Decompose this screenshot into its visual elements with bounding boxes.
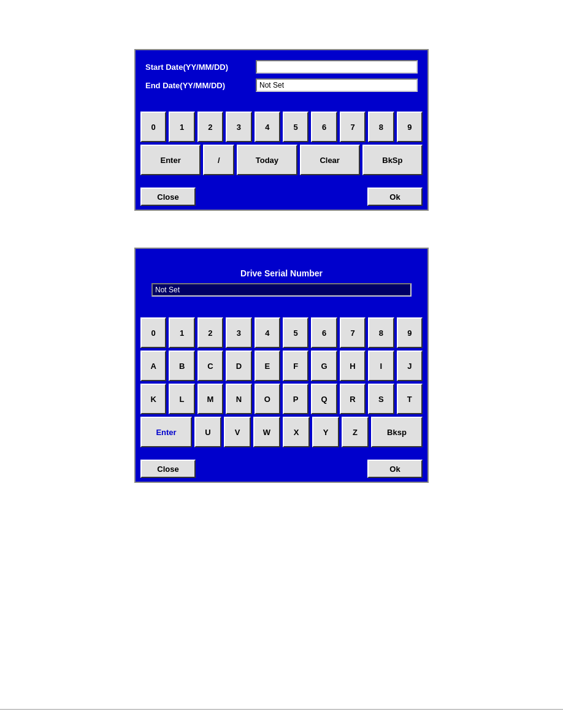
key-today[interactable]: Today [237,145,297,175]
key-1[interactable]: 1 [169,112,194,142]
action-row: Enter / Today Clear BkSp [140,145,423,175]
sn-key-2[interactable]: 2 [197,317,223,348]
sn-key-x[interactable]: X [283,417,310,447]
sn-key-l[interactable]: L [169,384,194,414]
sn-key-f[interactable]: F [283,351,308,381]
close-button[interactable]: Close [140,188,196,206]
sn-key-g[interactable]: G [311,351,337,381]
sn-key-h[interactable]: H [340,351,366,381]
key-7[interactable]: 7 [340,112,366,142]
sn-key-8[interactable]: 8 [368,317,394,348]
sn-key-y[interactable]: Y [312,417,339,447]
sn-key-enter[interactable]: Enter [140,417,192,447]
sn-key-m[interactable]: M [197,384,223,414]
sn-key-i[interactable]: I [368,351,394,381]
sn-key-s[interactable]: S [368,384,394,414]
serial-number-dialog: Drive Serial Number 0 1 2 3 4 5 6 7 8 9 … [134,248,429,483]
key-clear[interactable]: Clear [300,145,360,175]
dialog2-header: Drive Serial Number [136,249,427,309]
sn-number-row: 0 1 2 3 4 5 6 7 8 9 [140,317,423,348]
sn-key-p[interactable]: P [283,384,308,414]
spacer [198,188,365,206]
sn-key-w[interactable]: W [253,417,280,447]
dialog1-header: Start Date(YY/MM/DD) End Date(YY/MM/DD) [136,50,427,103]
sn-key-b[interactable]: B [169,351,194,381]
sn-key-3[interactable]: 3 [226,317,251,348]
key-4[interactable]: 4 [255,112,280,142]
sn-key-1[interactable]: 1 [169,317,194,348]
page-divider [0,709,563,710]
sn-key-4[interactable]: 4 [255,317,280,348]
key-2[interactable]: 2 [197,112,223,142]
sn-alpha-row2: K L M N O P Q R S T [140,384,423,414]
sn-alpha-row1: A B C D E F G H I J [140,351,423,381]
sn-key-v[interactable]: V [224,417,251,447]
dialog1-bottom: Close Ok [136,184,427,210]
sn-key-o[interactable]: O [255,384,280,414]
date-entry-dialog: Start Date(YY/MM/DD) End Date(YY/MM/DD) … [134,49,429,211]
serial-number-input-row [145,283,418,303]
number-row: 0 1 2 3 4 5 6 7 8 9 [140,112,423,142]
start-date-label: Start Date(YY/MM/DD) [145,63,256,72]
sn-key-z[interactable]: Z [342,417,369,447]
dialog1-keypad: 0 1 2 3 4 5 6 7 8 9 Enter / Today Clear … [136,105,427,184]
start-date-row: Start Date(YY/MM/DD) [145,60,418,74]
key-8[interactable]: 8 [368,112,394,142]
sn-key-7[interactable]: 7 [340,317,366,348]
end-date-input[interactable] [256,78,418,92]
serial-number-input[interactable] [151,283,412,297]
sn-key-bksp[interactable]: Bksp [371,417,423,447]
sn-key-t[interactable]: T [397,384,423,414]
key-0[interactable]: 0 [140,112,166,142]
sn-key-d[interactable]: D [226,351,251,381]
end-date-label: End Date(YY/MM/DD) [145,81,256,90]
key-enter[interactable]: Enter [140,145,201,175]
start-date-input[interactable] [256,60,418,74]
sn-key-a[interactable]: A [140,351,166,381]
sn-key-u[interactable]: U [194,417,221,447]
sn-key-q[interactable]: Q [311,384,337,414]
sn-key-j[interactable]: J [397,351,423,381]
ok-button[interactable]: Ok [367,188,423,206]
key-5[interactable]: 5 [283,112,308,142]
sn-key-r[interactable]: R [340,384,366,414]
sn-key-c[interactable]: C [197,351,223,381]
key-slash[interactable]: / [203,145,234,175]
serial-number-title: Drive Serial Number [145,259,418,283]
key-bksp[interactable]: BkSp [362,145,423,175]
sn-alpha-row3: Enter U V W X Y Z Bksp [140,417,423,447]
key-3[interactable]: 3 [226,112,251,142]
sn-key-e[interactable]: E [255,351,280,381]
key-6[interactable]: 6 [311,112,337,142]
dialog2-keypad: 0 1 2 3 4 5 6 7 8 9 A B C D E F G H I J … [136,311,427,456]
sn-key-n[interactable]: N [226,384,251,414]
sn-spacer [198,460,365,478]
sn-key-k[interactable]: K [140,384,166,414]
dialog2-bottom: Close Ok [136,456,427,482]
sn-key-5[interactable]: 5 [283,317,308,348]
sn-key-6[interactable]: 6 [311,317,337,348]
sn-close-button[interactable]: Close [140,460,196,478]
sn-key-9[interactable]: 9 [397,317,423,348]
sn-ok-button[interactable]: Ok [367,460,423,478]
end-date-row: End Date(YY/MM/DD) [145,78,418,92]
sn-key-0[interactable]: 0 [140,317,166,348]
key-9[interactable]: 9 [397,112,423,142]
